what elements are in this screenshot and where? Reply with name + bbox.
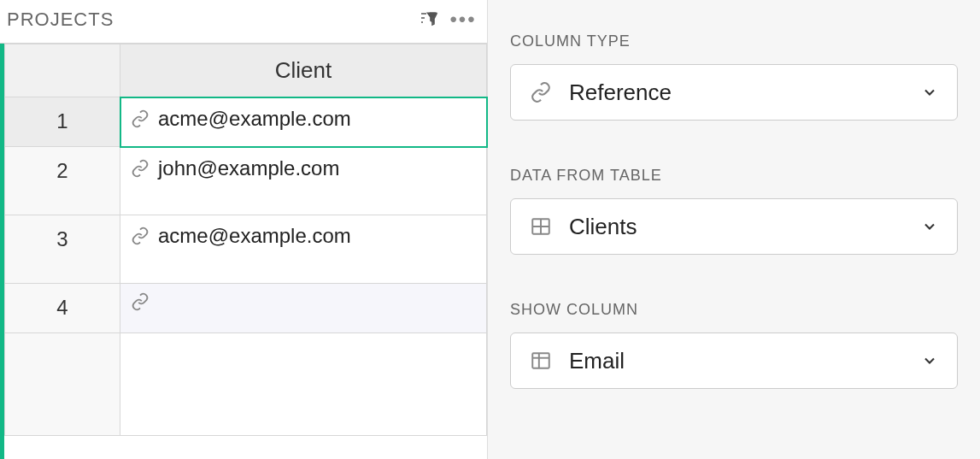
row-number-header[interactable] <box>5 44 120 97</box>
sort-filter-button[interactable] <box>412 7 446 32</box>
table-icon <box>530 215 552 238</box>
cell-client[interactable] <box>120 284 487 333</box>
table-title: PROJECTS <box>7 9 412 31</box>
data-grid: Client 1 acme@example.com <box>0 43 487 459</box>
dropdown-value: Email <box>569 348 904 374</box>
cell-value: acme@example.com <box>158 224 351 248</box>
row-number[interactable]: 1 <box>5 97 120 147</box>
properties-panel: COLUMN TYPE Reference DATA FROM TABLE Cl… <box>487 0 980 459</box>
chevron-down-icon <box>921 84 938 101</box>
chevron-down-icon <box>921 352 938 369</box>
table-row[interactable]: 1 acme@example.com <box>5 97 487 147</box>
row-number[interactable]: 3 <box>5 215 120 284</box>
link-icon <box>131 159 150 178</box>
cell-client[interactable]: acme@example.com <box>120 215 487 284</box>
link-icon <box>131 227 150 245</box>
empty-area <box>5 333 487 436</box>
data-from-table-dropdown[interactable]: Clients <box>510 198 958 255</box>
table-header: PROJECTS ••• <box>0 0 487 43</box>
filter-icon <box>419 9 439 30</box>
row-number[interactable]: 4 <box>5 284 120 333</box>
more-menu-button[interactable]: ••• <box>446 7 480 32</box>
cell-client[interactable]: acme@example.com <box>120 97 487 147</box>
table-row[interactable]: 3 acme@example.com <box>5 215 487 284</box>
cell-value: acme@example.com <box>158 107 351 131</box>
dropdown-value: Reference <box>569 79 904 106</box>
link-icon <box>131 109 150 128</box>
svg-rect-4 <box>532 353 549 368</box>
dropdown-value: Clients <box>569 214 904 240</box>
column-type-dropdown[interactable]: Reference <box>510 64 958 121</box>
show-column-dropdown[interactable]: Email <box>510 332 958 389</box>
section-label-show-column: SHOW COLUMN <box>510 301 958 319</box>
table-row[interactable]: 2 john@example.com <box>5 147 487 215</box>
section-label-data-from-table: DATA FROM TABLE <box>510 167 958 185</box>
table: Client 1 acme@example.com <box>4 44 487 436</box>
section-label-column-type: COLUMN TYPE <box>510 32 958 50</box>
table-panel: PROJECTS ••• <box>0 0 487 459</box>
table-row[interactable]: 4 <box>5 284 487 333</box>
row-number[interactable]: 2 <box>5 147 120 215</box>
cell-client[interactable]: john@example.com <box>120 147 487 215</box>
chevron-down-icon <box>921 218 938 235</box>
ellipsis-icon: ••• <box>449 8 476 32</box>
link-icon <box>530 81 552 103</box>
cell-value: john@example.com <box>158 156 339 180</box>
column-icon <box>530 350 552 372</box>
column-header-client[interactable]: Client <box>120 44 487 97</box>
link-icon <box>131 292 150 311</box>
